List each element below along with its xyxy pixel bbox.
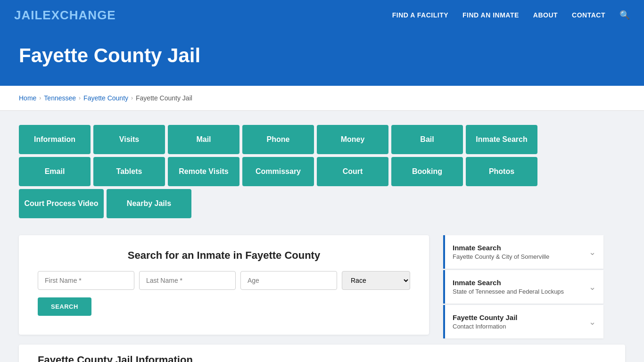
tile-money[interactable]: Money	[317, 125, 388, 154]
about-link[interactable]: ABOUT	[533, 11, 558, 19]
tile-remote-visits[interactable]: Remote Visits	[168, 157, 239, 186]
breadcrumb: Home › Tennessee › Fayette County › Faye…	[0, 86, 644, 111]
tile-inmate-search[interactable]: Inmate Search	[466, 125, 537, 154]
tile-grid: Information Visits Mail Phone Money Bail…	[19, 125, 537, 221]
chevron-down-icon-3: ⌄	[589, 317, 596, 327]
chevron-down-icon-2: ⌄	[589, 282, 596, 292]
navbar: JAILEXCHANGE FIND A FACILITY FIND AN INM…	[0, 0, 644, 30]
tile-court[interactable]: Court	[317, 157, 388, 186]
search-fields: Race White Black Hispanic Asian Other	[38, 271, 410, 290]
accordion-tennessee-title: Inmate Search	[453, 279, 564, 287]
main-content: Information Visits Mail Phone Money Bail…	[0, 111, 644, 362]
hero-section: Fayette County Jail	[0, 30, 644, 86]
search-heading: Search for an Inmate in Fayette County	[38, 249, 410, 262]
logo-exchange: EXCHANGE	[42, 8, 116, 22]
info-section: Fayette County Jail Information	[19, 345, 625, 362]
accordion-contact-text: Fayette County Jail Contact Information	[453, 313, 518, 330]
tile-photos[interactable]: Photos	[466, 157, 537, 186]
breadcrumb-fayette-county[interactable]: Fayette County	[83, 94, 128, 102]
logo-jail: JAIL	[14, 8, 42, 22]
breadcrumb-home[interactable]: Home	[19, 94, 36, 102]
accordion-fayette-subtitle: Fayette County & City of Somerville	[453, 253, 549, 260]
tile-bail[interactable]: Bail	[391, 125, 463, 154]
nav-links: FIND A FACILITY FIND AN INMATE ABOUT CON…	[392, 10, 630, 20]
tile-row-3: Court Process Video Nearby Jails	[19, 189, 191, 218]
accordion-fayette-search[interactable]: Inmate Search Fayette County & City of S…	[443, 235, 603, 269]
race-select[interactable]: Race White Black Hispanic Asian Other	[342, 271, 410, 290]
accordion-contact-title: Fayette County Jail	[453, 313, 518, 321]
search-icon[interactable]: 🔍	[619, 10, 630, 20]
tile-row-1: Information Visits Mail Phone Money Bail…	[19, 125, 537, 154]
accordion-contact[interactable]: Fayette County Jail Contact Information …	[443, 305, 603, 338]
page-title: Fayette County Jail	[19, 44, 625, 67]
lower-section: Search for an Inmate in Fayette County R…	[19, 235, 625, 340]
search-box: Search for an Inmate in Fayette County R…	[19, 235, 429, 335]
find-facility-link[interactable]: FIND A FACILITY	[392, 11, 448, 19]
last-name-input[interactable]	[139, 271, 236, 290]
chevron-down-icon: ⌄	[589, 247, 596, 257]
sidebar-accordion: Inmate Search Fayette County & City of S…	[443, 235, 603, 340]
accordion-fayette-title: Inmate Search	[453, 244, 549, 252]
contact-link[interactable]: CONTACT	[572, 11, 605, 19]
tile-visits[interactable]: Visits	[93, 125, 165, 154]
info-heading: Fayette County Jail Information	[38, 354, 606, 362]
tile-mail[interactable]: Mail	[168, 125, 239, 154]
accordion-tennessee-search[interactable]: Inmate Search State of Tennessee and Fed…	[443, 270, 603, 304]
tile-nearby-jails[interactable]: Nearby Jails	[107, 189, 191, 218]
tile-email[interactable]: Email	[19, 157, 91, 186]
find-inmate-link[interactable]: FIND AN INMATE	[462, 11, 519, 19]
site-logo[interactable]: JAILEXCHANGE	[14, 8, 116, 23]
accordion-tennessee-text: Inmate Search State of Tennessee and Fed…	[453, 279, 564, 295]
accordion-tennessee-subtitle: State of Tennessee and Federal Lockups	[453, 288, 564, 295]
tile-commissary[interactable]: Commissary	[242, 157, 314, 186]
breadcrumb-sep-1: ›	[39, 95, 41, 101]
tile-row-2: Email Tablets Remote Visits Commissary C…	[19, 157, 537, 186]
tile-phone[interactable]: Phone	[242, 125, 314, 154]
tile-booking[interactable]: Booking	[391, 157, 463, 186]
breadcrumb-sep-2: ›	[79, 95, 81, 101]
tile-court-process-video[interactable]: Court Process Video	[19, 189, 104, 218]
accordion-fayette-text: Inmate Search Fayette County & City of S…	[453, 244, 549, 260]
age-input[interactable]	[240, 271, 337, 290]
search-button[interactable]: SEARCH	[38, 297, 91, 316]
tile-information[interactable]: Information	[19, 125, 91, 154]
breadcrumb-sep-3: ›	[131, 95, 133, 101]
tile-tablets[interactable]: Tablets	[93, 157, 165, 186]
accordion-contact-subtitle: Contact Information	[453, 323, 518, 330]
breadcrumb-tennessee[interactable]: Tennessee	[44, 94, 76, 102]
first-name-input[interactable]	[38, 271, 134, 290]
breadcrumb-current: Fayette County Jail	[136, 94, 192, 102]
